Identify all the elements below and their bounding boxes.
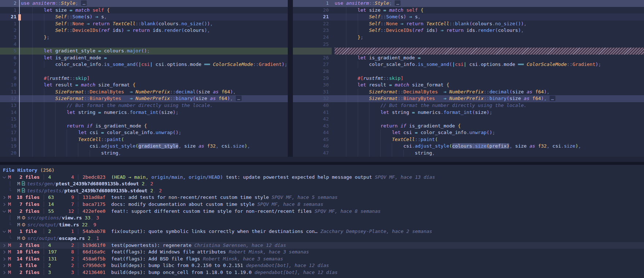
code-line[interactable]: 43 return if is_gradient_mode { xyxy=(293,123,644,130)
indent-guide xyxy=(32,150,44,157)
code-line[interactable]: 41 let string = numerics.format_int(size… xyxy=(293,109,644,116)
code-line[interactable]: 9 #[rustfmt::skip] xyxy=(0,75,288,82)
chevron-right-icon[interactable] xyxy=(3,256,8,263)
code-line[interactable]: 19 csi.adjust_style(gradient_style, size… xyxy=(0,143,288,150)
indent-guide xyxy=(335,89,346,96)
chevron-down-icon[interactable] xyxy=(3,208,8,215)
commit-files-count: 7 files xyxy=(16,201,40,207)
line-number: 13 xyxy=(0,102,18,109)
code-token: csi xyxy=(469,62,478,67)
code-line[interactable]: 20 let size = match self { xyxy=(293,7,644,14)
code-line[interactable]: 31 SizeFormat::DecimalBytes ⇒ NumberPref… xyxy=(293,89,644,96)
code-line[interactable]: 12 SizeFormat::BinaryBytes ⇒ NumberPrefi… xyxy=(0,95,288,102)
code-token xyxy=(233,96,236,101)
code-line[interactable]: 24 }; xyxy=(293,34,644,41)
code-line[interactable]: 23 Self::DeviceIDs(ref ids) ⇒ return ids… xyxy=(293,27,644,34)
history-commit-row[interactable]: M 7 files │ 14 7 │ baca7175 docs: modify… xyxy=(3,201,644,208)
code-line[interactable]: 32 SizeFormat::BinaryBytes ⇒ NumberPrefi… xyxy=(293,95,644,102)
history-commit-row[interactable]: M 10 files │ 197 8 │ 66d16a9c feat(flags… xyxy=(3,249,644,256)
indent-guide xyxy=(55,109,67,116)
diff-pane-old[interactable]: 2use ansiterm::Style; …1 let size = matc… xyxy=(0,0,288,157)
file-history-panel[interactable]: File History (256) M 2 files │ 4 4 │ 2be… xyxy=(0,165,644,278)
sign-column xyxy=(18,89,21,96)
history-commit-row[interactable]: M 1 file │ 2 2 │ c7950dc9 build(deps): b… xyxy=(3,262,644,269)
indent-guide xyxy=(369,136,380,143)
history-commit-row[interactable]: M 2 files │ 3 3 │ 42136401 build(deps): … xyxy=(3,269,644,276)
chevron-right-icon[interactable] xyxy=(3,249,8,256)
diff-filler-row[interactable] xyxy=(293,48,644,55)
code-line[interactable]: 17 let csi = color_scale_info.unwrap(); xyxy=(0,129,288,136)
code-line[interactable]: 45 TextCell::paint( xyxy=(293,136,644,143)
code-line[interactable]: 1use ansiterm::Style; … xyxy=(293,0,644,7)
history-commit-row[interactable]: M 18 files │ 63 9 │ 131ad8af test: add t… xyxy=(3,194,644,201)
code-line[interactable]: 14 let string = numerics.format_int(size… xyxy=(0,109,288,116)
code-line[interactable]: 30 let result = match size_format { xyxy=(293,82,644,89)
commit-files-count: 2 files xyxy=(16,208,40,214)
code-line[interactable]: 21 Self::Some(s) ⇒ s, xyxy=(293,14,644,21)
code-token xyxy=(133,89,135,94)
code-line[interactable]: 13 // But format the number directly usi… xyxy=(0,102,288,109)
chevron-down-icon[interactable] xyxy=(3,228,8,235)
code-line[interactable]: 18 TextCell::paint( xyxy=(0,136,288,143)
chevron-down-icon[interactable] xyxy=(3,174,8,181)
chevron-right-icon[interactable] xyxy=(3,269,8,276)
separator: │ xyxy=(74,208,82,214)
chevron-right-icon[interactable] xyxy=(3,262,8,269)
history-commit-row[interactable]: M 14 files │ 131 2 │ 458a6f5b feat(flags… xyxy=(3,256,644,263)
code-line[interactable]: 42 xyxy=(293,116,644,123)
code-line[interactable]: 47 string, xyxy=(293,150,644,157)
code-line[interactable]: 44 let csi = color_scale_info.unwrap(); xyxy=(293,129,644,136)
code-token: , xyxy=(233,89,236,94)
code-token: blank xyxy=(141,21,156,26)
history-file-row[interactable]: │ Msrc/options/view.rs 33, 3 xyxy=(3,215,644,222)
code-token: :: xyxy=(84,89,90,94)
history-file-row[interactable]: │ Mtests/gen/ptest_2439b7d68089135b.stdo… xyxy=(3,181,644,188)
code-line[interactable]: 25 xyxy=(293,41,644,48)
code-token xyxy=(84,21,87,26)
code-line[interactable]: 10 let result = match size_format { xyxy=(0,82,288,89)
code-line[interactable]: 2use ansiterm::Style; … xyxy=(0,0,288,7)
code-line[interactable]: 3 }; xyxy=(0,34,288,41)
indent-guide xyxy=(358,14,369,21)
code-line[interactable]: 27 color_scale_info.is_some_and(|csi| cs… xyxy=(293,61,644,68)
chevron-right-icon[interactable] xyxy=(3,194,8,201)
chevron-right-icon[interactable] xyxy=(3,201,8,208)
code-line[interactable]: 8 xyxy=(0,68,288,75)
code-text: return if is_gradient_mode { xyxy=(335,123,644,130)
code-line[interactable]: 2 Self::DeviceIDs(ref ids) ⇒ return ids.… xyxy=(0,27,288,34)
code-line[interactable]: 6 let is_gradient_mode = xyxy=(0,55,288,62)
indent-guide xyxy=(32,129,44,136)
history-file-row[interactable]: └ Msrc/output/escape.rs 2, 1 xyxy=(3,235,644,242)
code-token: colours xyxy=(452,143,472,149)
code-line[interactable]: 28 xyxy=(293,68,644,75)
code-text: use ansiterm::Style; … xyxy=(21,0,288,7)
history-file-row[interactable]: └ Msrc/output/time.rs 22, 9 xyxy=(3,222,644,229)
code-line[interactable]: 20 string, xyxy=(0,150,288,157)
indent-guide xyxy=(358,95,369,102)
code-line[interactable]: 4 xyxy=(0,41,288,48)
code-token: . xyxy=(561,143,564,149)
code-line[interactable]: 5 let gradient_style = colours.major(); xyxy=(0,48,288,55)
code-line[interactable]: 16 return if is_gradient_mode { xyxy=(0,123,288,130)
history-file-row[interactable]: └ Mtests/ptests/ptest_2439b7d68089135b.s… xyxy=(3,188,644,194)
code-line[interactable]: 7 color_scale_info.is_some_and(|csi| csi… xyxy=(0,61,288,68)
code-line[interactable]: 11 SizeFormat::DecimalBytes ⇒ NumberPref… xyxy=(0,89,288,96)
history-commit-row[interactable]: M 1 file │ 2 1 │ 54abab78 fix(output): q… xyxy=(3,228,644,235)
code-line[interactable]: 26 let is_gradient_mode = xyxy=(293,55,644,62)
history-commit-row[interactable]: M 2 files │ 4 2 │ b19d61f0 test(powertes… xyxy=(0,242,644,249)
code-line[interactable]: 1 Self::None ⇒ return TextCell::blank(co… xyxy=(0,21,288,27)
chevron-right-icon[interactable] xyxy=(3,242,8,249)
code-line[interactable]: 21 Self::Some(s) ⇒ s, xyxy=(0,14,288,21)
history-commit-row[interactable]: M 2 files │ 55 12 │ 422efee0 feat!: supp… xyxy=(3,208,644,215)
diff-pane-new[interactable]: 1use ansiterm::Style; …20 let size = mat… xyxy=(293,0,644,157)
pane-separator[interactable] xyxy=(288,0,293,157)
indent-guide xyxy=(21,95,32,102)
code-line[interactable]: 1 let size = match self { xyxy=(0,7,288,14)
code-token: colours xyxy=(184,27,204,33)
code-line[interactable]: 40 // But format the number directly usi… xyxy=(293,102,644,109)
code-line[interactable]: 15 xyxy=(0,116,288,123)
code-line[interactable]: 22 Self::None ⇒ return TextCell::blank(c… xyxy=(293,21,644,27)
history-commit-row[interactable]: M 2 files │ 4 4 │ 2bedc823 (HEAD → main,… xyxy=(3,174,644,181)
code-line[interactable]: 29 #[rustfmt::skip] xyxy=(293,75,644,82)
code-line[interactable]: 46 csi.adjust_style(colours.size(prefix)… xyxy=(293,143,644,150)
